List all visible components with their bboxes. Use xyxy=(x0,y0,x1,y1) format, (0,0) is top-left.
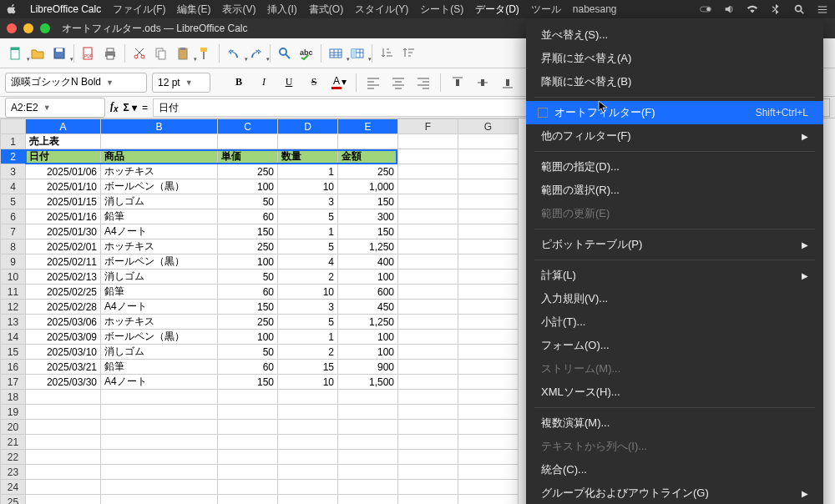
menu-define-range[interactable]: 範囲の指定(D)... xyxy=(526,155,823,179)
cell[interactable]: 5 xyxy=(278,239,338,255)
col-header-C[interactable]: C xyxy=(218,119,278,134)
row-header-22[interactable]: 22 xyxy=(1,450,26,465)
row-header-12[interactable]: 12 xyxy=(1,300,26,315)
italic-button[interactable]: I xyxy=(254,73,274,93)
cell[interactable]: 2025/03/30 xyxy=(26,375,101,390)
cell[interactable]: 250 xyxy=(218,315,278,330)
cell[interactable]: 100 xyxy=(218,179,278,194)
cell[interactable]: 売上表 xyxy=(26,134,101,149)
cell[interactable]: 2025/01/15 xyxy=(26,194,101,209)
paste-button[interactable] xyxy=(174,44,192,63)
row-header-8[interactable]: 8 xyxy=(1,239,26,255)
cell[interactable]: 250 xyxy=(218,164,278,179)
row-header-13[interactable]: 13 xyxy=(1,315,26,330)
print-button[interactable] xyxy=(101,44,119,63)
equals-button[interactable]: = xyxy=(142,102,148,113)
row-button[interactable] xyxy=(326,44,345,63)
menu-calculate[interactable]: 計算(L)▶ xyxy=(526,264,823,287)
menu-user[interactable]: nabesang xyxy=(573,3,617,15)
menu-subtotals[interactable]: 小計(T)... xyxy=(526,310,823,334)
font-size-combo[interactable]: 12 pt▼ xyxy=(152,73,210,93)
cell[interactable]: 100 xyxy=(338,345,398,360)
cell[interactable]: 2025/03/21 xyxy=(26,360,101,375)
cut-button[interactable] xyxy=(130,44,149,63)
cell[interactable]: 2025/02/11 xyxy=(26,255,101,270)
cell[interactable]: ホッチキス xyxy=(101,315,218,330)
wifi-icon[interactable] xyxy=(746,3,758,15)
cell[interactable]: 4 xyxy=(278,255,338,270)
cell[interactable]: 鉛筆 xyxy=(101,360,218,375)
row-header-21[interactable]: 21 xyxy=(1,435,26,450)
cell[interactable]: 5 xyxy=(278,209,338,224)
undo-button[interactable] xyxy=(225,44,243,63)
cell[interactable]: 金額 xyxy=(338,149,398,164)
row-header-7[interactable]: 7 xyxy=(1,224,26,239)
cell[interactable]: 60 xyxy=(218,360,278,375)
row-header-15[interactable]: 15 xyxy=(1,345,26,360)
cell[interactable]: 450 xyxy=(338,300,398,315)
cell[interactable]: 15 xyxy=(278,360,338,375)
menu-autofilter[interactable]: オートフィルター(F)Shift+Ctrl+L xyxy=(526,101,823,124)
cell[interactable]: 50 xyxy=(218,345,278,360)
cell[interactable]: 2025/03/06 xyxy=(26,315,101,330)
cell[interactable]: 10 xyxy=(278,179,338,194)
cell[interactable]: A4ノート xyxy=(101,224,218,239)
app-name[interactable]: LibreOffice Calc xyxy=(30,3,101,15)
align-right-button[interactable] xyxy=(413,73,433,93)
menu-sort-asc[interactable]: 昇順に並べ替え(A) xyxy=(526,47,823,70)
cell[interactable]: 単価 xyxy=(218,149,278,164)
font-color-button[interactable]: A▾ xyxy=(329,73,349,93)
row-header-14[interactable]: 14 xyxy=(1,330,26,345)
menu-edit[interactable]: 編集(E) xyxy=(177,3,210,17)
find-button[interactable] xyxy=(276,44,294,63)
cell[interactable]: ボールペン（黒） xyxy=(101,179,218,194)
cell[interactable]: ボールペン（黒） xyxy=(101,255,218,270)
cell[interactable]: 1,000 xyxy=(338,179,398,194)
cell[interactable]: 150 xyxy=(218,375,278,390)
cell[interactable]: 100 xyxy=(218,255,278,270)
save-button[interactable] xyxy=(50,44,68,63)
cell[interactable]: 150 xyxy=(338,224,398,239)
row-header-9[interactable]: 9 xyxy=(1,255,26,270)
close-window-button[interactable] xyxy=(7,23,17,33)
row-header-17[interactable]: 17 xyxy=(1,375,26,390)
col-header-A[interactable]: A xyxy=(26,119,101,134)
menu-validity[interactable]: 入力規則(V)... xyxy=(526,287,823,310)
cell[interactable]: 1 xyxy=(278,164,338,179)
cell[interactable]: 100 xyxy=(338,270,398,285)
cell[interactable]: 900 xyxy=(338,360,398,375)
cell[interactable]: 1,500 xyxy=(338,375,398,390)
cell[interactable]: 2025/02/13 xyxy=(26,270,101,285)
sort-desc-button[interactable] xyxy=(399,44,418,63)
zoom-window-button[interactable] xyxy=(40,23,50,33)
align-center-button[interactable] xyxy=(388,73,408,93)
col-header-F[interactable]: F xyxy=(398,119,458,134)
cell[interactable]: 50 xyxy=(218,270,278,285)
cell[interactable]: 2 xyxy=(278,345,338,360)
align-middle-button[interactable] xyxy=(473,73,493,93)
cell[interactable]: 2025/01/06 xyxy=(26,164,101,179)
menu-format[interactable]: 書式(O) xyxy=(309,3,343,17)
row-header-10[interactable]: 10 xyxy=(1,270,26,285)
row-header-19[interactable]: 19 xyxy=(1,405,26,420)
row-header-25[interactable]: 25 xyxy=(1,495,26,505)
cell[interactable]: 数量 xyxy=(278,149,338,164)
menu-sheet[interactable]: シート(S) xyxy=(420,3,463,17)
menu-pivot-table[interactable]: ピボットテーブル(P)▶ xyxy=(526,233,823,256)
cell[interactable]: 2025/01/30 xyxy=(26,224,101,239)
menu-view[interactable]: 表示(V) xyxy=(222,3,256,17)
menu-styles[interactable]: スタイル(Y) xyxy=(355,3,408,17)
cell[interactable]: 消しゴム xyxy=(101,270,218,285)
minimize-window-button[interactable] xyxy=(23,23,33,33)
menu-multiple-ops[interactable]: 複数演算(M)... xyxy=(526,411,823,435)
cell[interactable]: 400 xyxy=(338,255,398,270)
copy-button[interactable] xyxy=(152,44,170,63)
spellcheck-button[interactable]: abc xyxy=(297,44,316,63)
row-header-18[interactable]: 18 xyxy=(1,390,26,405)
clone-formatting-button[interactable] xyxy=(195,44,214,63)
underline-button[interactable]: U xyxy=(279,73,299,93)
toggle-icon[interactable] xyxy=(700,3,711,15)
cell[interactable]: 鉛筆 xyxy=(101,209,218,224)
font-name-combo[interactable]: 源暎ゴシックN Bold▼ xyxy=(5,73,147,93)
col-header-D[interactable]: D xyxy=(278,119,338,134)
